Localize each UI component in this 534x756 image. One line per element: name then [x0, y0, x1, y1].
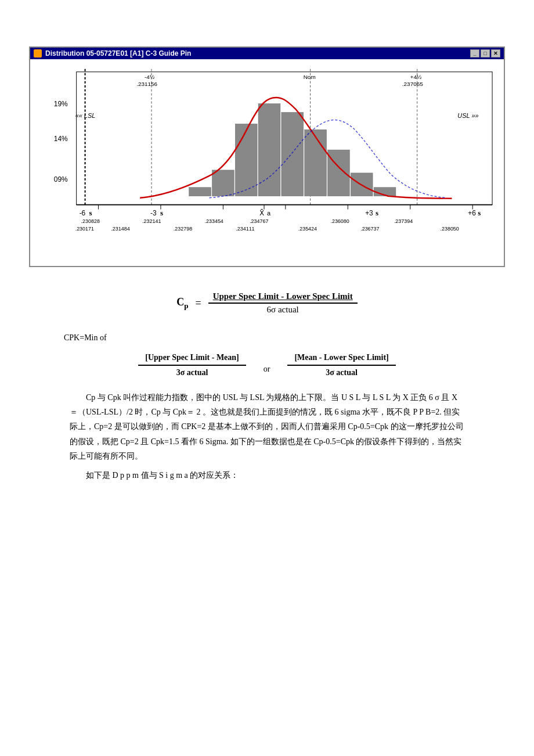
cpk-right-fraction: [Mean - Lower Spec Limit] 3σ actual — [287, 352, 395, 379]
svg-rect-20 — [282, 112, 304, 196]
svg-text:a: a — [267, 210, 271, 217]
svg-text:X̄: X̄ — [259, 209, 264, 217]
svg-text:s: s — [376, 208, 378, 217]
cpk-header: CPK=Min of — [64, 333, 470, 343]
svg-text:-6: -6 — [80, 209, 86, 217]
formula-section: Cp = Upper Spec Limit - Lower Spec Limit… — [29, 290, 505, 483]
titlebar: Distribution 05-05727E01 [A1] C-3 Guide … — [30, 48, 504, 59]
svg-text:.230828: .230828 — [81, 218, 100, 224]
svg-text:.234767: .234767 — [250, 218, 268, 224]
cpk-left-denominator: 3σ actual — [169, 366, 215, 379]
svg-text:.232141: .232141 — [142, 218, 161, 224]
svg-text:.231156: .231156 — [136, 81, 157, 87]
titlebar-left: Distribution 05-05727E01 [A1] C-3 Guide … — [34, 49, 191, 57]
cp-label: Cp — [176, 296, 188, 311]
distribution-window: Distribution 05-05727E01 [A1] C-3 Guide … — [29, 46, 505, 267]
svg-rect-19 — [258, 104, 280, 196]
cp-formula: Cp = Upper Spec Limit - Lower Spec Limit… — [41, 290, 493, 316]
svg-rect-17 — [212, 170, 234, 196]
svg-text:.236080: .236080 — [330, 218, 349, 224]
window-title: Distribution 05-05727E01 [A1] C-3 Guide … — [45, 49, 191, 57]
close-button[interactable]: ✕ — [491, 49, 500, 57]
cpk-right-denominator: 3σ actual — [319, 366, 365, 379]
svg-text:s: s — [89, 208, 92, 217]
svg-text:.232798: .232798 — [174, 226, 192, 232]
svg-text:.237065: .237065 — [402, 81, 423, 87]
svg-text:.237394: .237394 — [394, 218, 413, 224]
svg-text:19%: 19% — [54, 100, 68, 108]
cpk-formula-row: [Upper Spec Limit - Mean] 3σ actual or [… — [64, 352, 470, 379]
svg-text:.233454: .233454 — [205, 218, 223, 224]
body-paragraph-1: Cp 与 Cpk 叫作过程能力指数，图中的 USL 与 LSL 为规格的上下限。… — [70, 390, 464, 463]
cpk-left-fraction: [Upper Spec Limit - Mean] 3σ actual — [138, 352, 246, 379]
cpk-section: CPK=Min of [Upper Spec Limit - Mean] 3σ … — [41, 333, 493, 379]
cp-denominator: 6σ actual — [262, 304, 304, 316]
svg-text:Nom: Nom — [304, 74, 316, 80]
svg-text:09%: 09% — [54, 175, 68, 183]
svg-text:.236737: .236737 — [360, 226, 379, 232]
svg-text:s: s — [160, 208, 163, 217]
app-icon — [34, 49, 42, 57]
minimize-button[interactable]: _ — [470, 49, 479, 57]
svg-text:+3: +3 — [365, 209, 373, 217]
maximize-button[interactable]: □ — [481, 49, 490, 57]
svg-text:.230171: .230171 — [75, 226, 94, 232]
body-paragraph-2: 如下是 D p p m 值与 S i g m a 的对应关系： — [70, 468, 464, 483]
svg-rect-22 — [327, 150, 349, 196]
svg-rect-16 — [189, 188, 211, 196]
svg-text:«« LSL: «« LSL — [75, 112, 96, 119]
svg-rect-18 — [235, 124, 257, 196]
svg-rect-21 — [305, 129, 327, 196]
svg-text:.231484: .231484 — [111, 226, 129, 232]
svg-text:-4½: -4½ — [145, 74, 155, 80]
svg-text:.235424: .235424 — [298, 226, 317, 232]
svg-text:-3: -3 — [150, 209, 157, 217]
cp-fraction: Upper Spec Limit - Lower Spec Limit 6σ a… — [208, 290, 358, 316]
svg-text:.238050: .238050 — [441, 226, 459, 232]
svg-text:14%: 14% — [54, 135, 68, 143]
chart-area: 19% 14% 09% «« LSL -4½ .231156 Nom +4½ .… — [36, 63, 498, 260]
cp-numerator: Upper Spec Limit - Lower Spec Limit — [208, 290, 358, 304]
svg-text:s: s — [478, 208, 481, 217]
or-label: or — [264, 365, 270, 379]
svg-text:USL »»: USL »» — [457, 112, 478, 119]
titlebar-buttons[interactable]: _ □ ✕ — [470, 49, 500, 57]
cpk-left-numerator: [Upper Spec Limit - Mean] — [138, 352, 246, 366]
cp-equals: = — [195, 297, 201, 309]
chart-content: 19% 14% 09% «« LSL -4½ .231156 Nom +4½ .… — [30, 59, 504, 266]
svg-text:+4½: +4½ — [410, 74, 422, 80]
body-text: Cp 与 Cpk 叫作过程能力指数，图中的 USL 与 LSL 为规格的上下限。… — [41, 390, 493, 483]
svg-text:+6: +6 — [468, 209, 476, 217]
cpk-right-numerator: [Mean - Lower Spec Limit] — [287, 352, 395, 366]
svg-text:.234111: .234111 — [236, 226, 254, 232]
chart-svg: 19% 14% 09% «« LSL -4½ .231156 Nom +4½ .… — [36, 63, 498, 260]
